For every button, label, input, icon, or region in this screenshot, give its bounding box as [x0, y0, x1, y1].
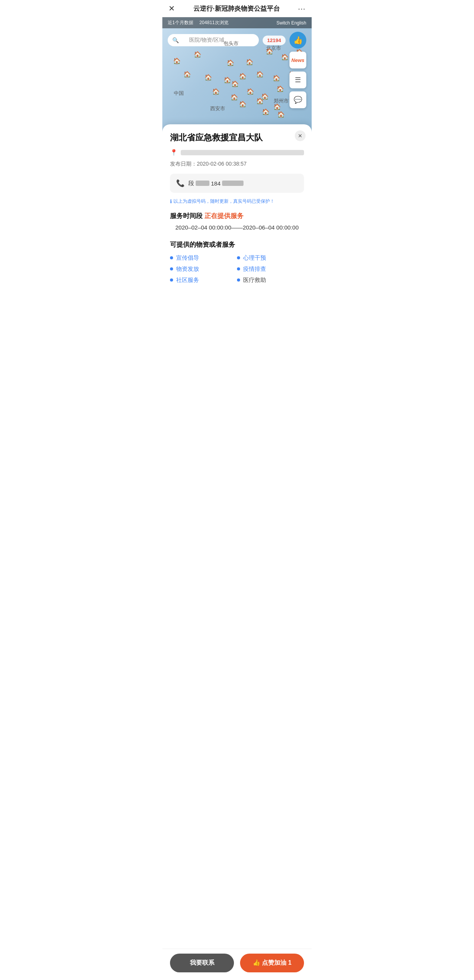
- supply-item-1: 宣传倡导: [170, 254, 237, 262]
- map-stats-bar: 近1个月数据 204811次浏览 Switch English: [162, 17, 312, 28]
- map-house-icon[interactable]: 🏠: [194, 51, 201, 58]
- map-house-icon[interactable]: 🏠: [276, 85, 284, 93]
- panel-supplies-title: 可提供的物资或者服务: [170, 240, 304, 249]
- map-house-icon[interactable]: 🏠: [262, 108, 270, 116]
- map-house-icon[interactable]: 🏠: [277, 111, 285, 118]
- map-house-icon[interactable]: 🏠: [239, 73, 247, 80]
- search-placeholder-text: 医院/物资/区域: [181, 37, 224, 43]
- map-views: 204811次浏览: [199, 20, 229, 26]
- map-house-icon[interactable]: 🏠: [256, 71, 264, 78]
- info-icon: ℹ: [170, 199, 172, 204]
- supply-link-xuanchuanchangdao[interactable]: 宣传倡导: [176, 254, 199, 262]
- map-background: 近1个月数据 204811次浏览 Switch English 🔍 医院/物资/…: [162, 17, 312, 132]
- map-house-icon[interactable]: 🏠: [273, 103, 281, 111]
- phone-text: 段 184: [188, 180, 244, 187]
- phone-mask-2: [222, 181, 244, 186]
- map-house-icon[interactable]: 🏠: [230, 94, 238, 101]
- notice-text: 以上为虚拟号码，随时更新，真实号码已受保护！: [173, 198, 275, 205]
- supply-item-3: 物资发放: [170, 265, 237, 273]
- date-value: 2020-02-06 00:38:57: [197, 161, 247, 167]
- close-icon: ✕: [298, 133, 302, 139]
- map-house-icon[interactable]: 🏠: [227, 59, 234, 67]
- supply-item-6: 医疗救助: [237, 277, 304, 284]
- panel-date: 发布日期：2020-02-06 00:38:57: [170, 161, 304, 168]
- phone-mask-1: [196, 181, 209, 186]
- supply-dot: [170, 267, 173, 270]
- map-house-icon[interactable]: 🏠: [212, 88, 220, 95]
- panel-phone-box: 📞 段 184: [170, 174, 304, 193]
- list-icon: ☰: [295, 76, 301, 84]
- panel-location: 📍: [170, 149, 304, 156]
- panel-time-range: 2020–02–04 00:00:00——2020–06–04 00:00:00: [170, 223, 304, 233]
- map-house-icon[interactable]: 🏠: [204, 74, 212, 81]
- map-period: 近1个月数据: [168, 20, 193, 26]
- service-time-label: 服务时间段: [170, 212, 203, 220]
- supply-dot: [237, 278, 240, 282]
- map-house-icon[interactable]: 🏠: [266, 48, 273, 55]
- map-area: 近1个月数据 204811次浏览 Switch English 🔍 医院/物资/…: [162, 17, 312, 132]
- map-house-icon[interactable]: 🏠: [281, 54, 289, 61]
- list-button[interactable]: ☰: [289, 72, 306, 88]
- map-house-icon[interactable]: 🏠: [239, 101, 247, 108]
- city-label-zhongguo: 中国: [174, 90, 184, 97]
- map-house-icon[interactable]: 🏠: [256, 98, 264, 105]
- supply-item-4: 疫情排查: [237, 265, 304, 273]
- support-button[interactable]: 💬: [289, 91, 306, 108]
- panel-close-button[interactable]: ✕: [295, 130, 306, 141]
- supply-text-yiqingpaiche: 疫情排查: [243, 265, 266, 273]
- location-icon: 📍: [170, 149, 178, 156]
- map-house-icon[interactable]: 🏠: [273, 75, 280, 82]
- map-right-buttons: News ☰ 💬: [289, 52, 306, 108]
- date-label: 发布日期：: [170, 161, 197, 167]
- panel-service-time: 服务时间段 正在提供服务: [170, 212, 304, 220]
- switch-language-btn[interactable]: Switch English: [276, 20, 306, 26]
- supply-link-xinliganyu[interactable]: 心理干预: [243, 254, 266, 262]
- supply-item-5: 社区服务: [170, 277, 237, 284]
- location-bar-masked: [181, 150, 304, 155]
- map-house-icon[interactable]: 🏠: [246, 59, 253, 66]
- panel-notice: ℹ 以上为虚拟号码，随时更新，真实号码已受保护！: [170, 198, 304, 205]
- supply-item-2: 心理干预: [237, 254, 304, 262]
- top-bar: ✕ 云逆行·新冠肺炎物资公益平台 ···: [162, 0, 312, 17]
- detail-panel: ✕ 湖北省应急救援宜昌大队 📍 发布日期：2020-02-06 00:38:57…: [162, 124, 312, 330]
- page-title: 云逆行·新冠肺炎物资公益平台: [193, 4, 280, 13]
- map-like-button[interactable]: 👍: [289, 32, 306, 49]
- panel-title: 湖北省应急救援宜昌大队: [170, 132, 304, 143]
- supply-dot: [170, 278, 173, 282]
- map-count-badge: 12194: [263, 36, 286, 45]
- city-label-baotou: 包头市: [224, 40, 239, 47]
- map-search-input[interactable]: 🔍 医院/物资/区域: [168, 34, 259, 46]
- phone-prefix: 段: [188, 180, 194, 187]
- map-house-icon[interactable]: 🏠: [231, 80, 239, 88]
- city-label-xian: 西安市: [210, 105, 225, 112]
- phone-middle: 184: [211, 180, 221, 187]
- supplies-grid: 宣传倡导 心理干预 物资发放 疫情排查 社区服务 医疗救助: [170, 254, 304, 284]
- news-label: News: [291, 57, 304, 63]
- map-house-icon[interactable]: 🏠: [183, 71, 191, 78]
- supply-link-shequ[interactable]: 社区服务: [176, 277, 199, 284]
- map-house-icon[interactable]: 🏠: [247, 88, 254, 95]
- support-icon: 💬: [294, 96, 302, 104]
- service-status: 正在提供服务: [204, 212, 244, 220]
- supply-dot: [237, 267, 240, 270]
- map-house-icon[interactable]: 🏠: [224, 77, 231, 84]
- supply-dot: [237, 256, 240, 259]
- map-house-icon[interactable]: 🏠: [173, 57, 181, 65]
- supply-dot: [170, 256, 173, 259]
- supply-link-wuzifafang[interactable]: 物资发放: [176, 265, 199, 273]
- supply-text-yiliao: 医疗救助: [243, 277, 266, 284]
- close-icon[interactable]: ✕: [168, 4, 175, 13]
- phone-icon: 📞: [176, 179, 185, 187]
- news-button[interactable]: News: [289, 52, 306, 68]
- more-icon[interactable]: ···: [298, 4, 306, 13]
